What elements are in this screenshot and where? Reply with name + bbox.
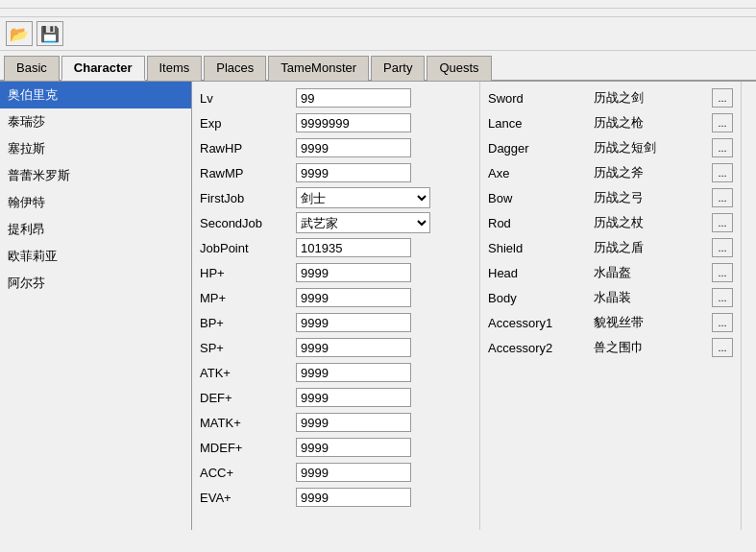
stat-input-mdef+[interactable] <box>296 438 411 457</box>
stat-label-firstjob: FirstJob <box>200 191 296 205</box>
equip-edit-lance[interactable]: ... <box>712 113 733 132</box>
open-button[interactable]: 📂 <box>6 21 33 46</box>
stat-row-bp+: BP+ <box>192 310 479 335</box>
equip-row-shield: Shield历战之盾... <box>480 235 741 260</box>
equip-edit-dagger[interactable]: ... <box>712 138 733 157</box>
equip-row-accessory1: Accessory1貌视丝带... <box>480 310 741 335</box>
stat-input-eva+[interactable] <box>296 488 411 507</box>
tab-places[interactable]: Places <box>204 56 266 81</box>
equip-label-bow: Bow <box>488 191 594 205</box>
equip-label-head: Head <box>488 266 594 280</box>
stat-input-hp+[interactable] <box>296 263 411 282</box>
equip-label-rod: Rod <box>488 216 594 230</box>
stat-input-def+[interactable] <box>296 388 411 407</box>
stat-label-atk+: ATK+ <box>200 366 296 380</box>
stat-row-secondjob: SecondJob武艺家 <box>192 210 479 235</box>
stat-input-lv[interactable] <box>296 88 411 108</box>
tab-tamemonster[interactable]: TameMonster <box>268 56 369 81</box>
equip-label-axe: Axe <box>488 166 594 180</box>
stat-input-jobpoint[interactable] <box>296 238 411 257</box>
equip-label-dagger: Dagger <box>488 141 594 156</box>
sidebar-item-提利昂[interactable]: 提利昂 <box>0 216 191 243</box>
tab-quests[interactable]: Quests <box>427 56 491 81</box>
equip-row-head: Head水晶盔... <box>480 260 741 285</box>
stat-label-secondjob: SecondJob <box>200 216 296 230</box>
tab-basic[interactable]: Basic <box>4 56 60 81</box>
stat-row-mdef+: MDEF+ <box>192 435 479 460</box>
stat-input-bp+[interactable] <box>296 313 411 332</box>
equip-row-accessory2: Accessory2兽之围巾... <box>480 335 741 360</box>
equip-label-shield: Shield <box>488 241 594 255</box>
stat-label-jobpoint: JobPoint <box>200 241 296 255</box>
title-bar <box>0 0 756 9</box>
stat-input-matk+[interactable] <box>296 413 411 432</box>
equip-value-rod: 历战之杖 <box>594 214 712 231</box>
menu-file[interactable] <box>4 11 19 14</box>
stat-row-exp: Exp <box>192 110 479 135</box>
stat-row-def+: DEF+ <box>192 385 479 410</box>
stat-row-rawhp: RawHP <box>192 135 479 160</box>
sidebar-item-奥伯里克[interactable]: 奥伯里克 <box>0 82 191 108</box>
equip-value-dagger: 历战之短剑 <box>594 139 712 156</box>
menu-about[interactable] <box>19 11 35 14</box>
scrollbar[interactable] <box>741 82 756 530</box>
equip-label-accessory2: Accessory2 <box>488 341 594 355</box>
save-button[interactable]: 💾 <box>37 21 63 46</box>
tab-party[interactable]: Party <box>371 56 425 81</box>
stat-row-firstjob: FirstJob剑士 <box>192 185 479 210</box>
sidebar-item-普蕾米罗斯[interactable]: 普蕾米罗斯 <box>0 162 191 189</box>
sidebar-item-泰瑞莎[interactable]: 泰瑞莎 <box>0 108 191 135</box>
stat-input-mp+[interactable] <box>296 288 411 307</box>
stat-label-lv: Lv <box>200 91 296 106</box>
toolbar: 📂 💾 <box>0 17 756 51</box>
stat-select-secondjob[interactable]: 武艺家 <box>296 212 430 233</box>
stat-input-sp+[interactable] <box>296 338 411 357</box>
equip-label-lance: Lance <box>488 116 594 131</box>
sidebar-item-欧菲莉亚[interactable]: 欧菲莉亚 <box>0 243 191 270</box>
stat-label-acc+: ACC+ <box>200 466 296 480</box>
tab-items[interactable]: Items <box>147 56 203 81</box>
stat-label-sp+: SP+ <box>200 341 296 355</box>
equip-edit-sword[interactable]: ... <box>712 88 733 108</box>
detail-panel: LvExpRawHPRawMPFirstJob剑士SecondJob武艺家Job… <box>192 82 741 530</box>
stat-row-lv: Lv <box>192 85 479 110</box>
sidebar-item-阿尔芬[interactable]: 阿尔芬 <box>0 270 191 297</box>
stat-input-exp[interactable] <box>296 113 411 132</box>
equip-edit-accessory2[interactable]: ... <box>712 338 733 357</box>
stat-row-sp+: SP+ <box>192 335 479 360</box>
stats-column: LvExpRawHPRawMPFirstJob剑士SecondJob武艺家Job… <box>192 82 480 530</box>
tab-bar: BasicCharacterItemsPlacesTameMonsterPart… <box>0 51 756 82</box>
equip-value-head: 水晶盔 <box>594 264 712 281</box>
stat-row-hp+: HP+ <box>192 260 479 285</box>
equip-value-accessory2: 兽之围巾 <box>594 339 712 356</box>
equip-edit-rod[interactable]: ... <box>712 213 733 232</box>
equip-row-lance: Lance历战之枪... <box>480 110 741 135</box>
equip-edit-head[interactable]: ... <box>712 263 733 282</box>
stat-input-rawhp[interactable] <box>296 138 411 157</box>
stat-row-rawmp: RawMP <box>192 160 479 185</box>
equip-value-accessory1: 貌视丝带 <box>594 314 712 331</box>
equip-edit-axe[interactable]: ... <box>712 163 733 182</box>
sidebar-item-翰伊特[interactable]: 翰伊特 <box>0 189 191 216</box>
equip-value-shield: 历战之盾 <box>594 239 712 256</box>
equip-edit-bow[interactable]: ... <box>712 188 733 207</box>
equip-row-dagger: Dagger历战之短剑... <box>480 135 741 160</box>
stat-label-def+: DEF+ <box>200 391 296 405</box>
stat-input-atk+[interactable] <box>296 363 411 382</box>
main-content: 奥伯里克泰瑞莎塞拉斯普蕾米罗斯翰伊特提利昂欧菲莉亚阿尔芬 LvExpRawHPR… <box>0 82 756 530</box>
tab-character[interactable]: Character <box>61 56 145 81</box>
stat-row-mp+: MP+ <box>192 285 479 310</box>
stat-label-mdef+: MDEF+ <box>200 441 296 455</box>
stat-input-acc+[interactable] <box>296 463 411 482</box>
stat-select-firstjob[interactable]: 剑士 <box>296 187 430 208</box>
stat-row-matk+: MATK+ <box>192 410 479 435</box>
stat-input-rawmp[interactable] <box>296 163 411 182</box>
equip-edit-accessory1[interactable]: ... <box>712 313 733 332</box>
equip-edit-body[interactable]: ... <box>712 288 733 307</box>
stat-label-bp+: BP+ <box>200 316 296 330</box>
character-list: 奥伯里克泰瑞莎塞拉斯普蕾米罗斯翰伊特提利昂欧菲莉亚阿尔芬 <box>0 82 192 530</box>
equip-edit-shield[interactable]: ... <box>712 238 733 257</box>
sidebar-item-塞拉斯[interactable]: 塞拉斯 <box>0 135 191 162</box>
equip-row-bow: Bow历战之弓... <box>480 185 741 210</box>
equip-row-rod: Rod历战之杖... <box>480 210 741 235</box>
